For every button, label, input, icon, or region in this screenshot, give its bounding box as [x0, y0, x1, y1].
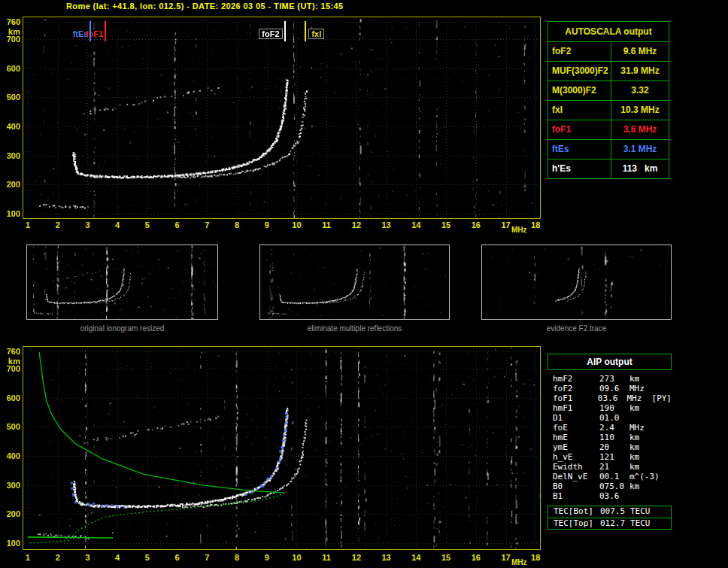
x-tick-label: 12	[347, 553, 366, 562]
tec-value: 007.5	[600, 506, 630, 518]
y-tick-label: 300	[0, 151, 20, 160]
table-row: fxI10.3 MHz	[548, 100, 669, 120]
aip-parameter-line: h_vE121km	[548, 452, 672, 462]
aip-output-panel: AIP output hmF2273kmfoF209.6MHzfoF103.6M…	[548, 354, 672, 530]
x-tick-label: 1	[19, 220, 37, 229]
table-row: h'Es113 km	[548, 159, 669, 178]
y-tick-label: 100	[0, 209, 20, 218]
autoscala-row-label: ftEs	[548, 140, 611, 159]
autoscala-row-value: 3.1 MHz	[611, 140, 669, 159]
aip-parameter-value: 075.0	[599, 481, 629, 491]
aip-parameter-line: foF209.6MHz	[548, 384, 672, 393]
x-axis-unit-label: MHz	[511, 226, 531, 235]
thumbnail-original-ionogram	[26, 245, 218, 320]
table-row: foF13.6 MHz	[548, 120, 669, 139]
aip-parameter-unit: km	[629, 374, 672, 384]
aip-parameter-value: 00.1	[599, 472, 629, 481]
tec-row: TEC[Bot]007.5TECU	[548, 506, 671, 518]
x-tick-label: 4	[108, 553, 126, 562]
aip-parameter-name: hmF1	[553, 403, 599, 413]
aip-parameter-line: D101.0	[548, 413, 672, 423]
x-tick-label: 2	[49, 553, 67, 562]
autoscala-row-label: MUF(3000)F2	[548, 62, 611, 80]
y-tick-label: 400	[0, 451, 20, 460]
aip-parameter-name: hmE	[553, 433, 599, 442]
x-tick-label: 12	[347, 220, 366, 229]
aip-parameter-value: 110	[599, 433, 629, 442]
y-tick-label: 500	[0, 422, 20, 431]
aip-parameter-line: foE2.4MHz	[548, 423, 672, 433]
x-tick-label: 6	[168, 220, 187, 229]
aip-parameter-unit: MHz [PY]	[626, 393, 672, 403]
aip-parameter-line: B103.6	[548, 491, 672, 501]
x-tick-label: 11	[317, 553, 335, 562]
aip-parameter-name: Ewidth	[553, 462, 599, 472]
table-row: foF29.6 MHz	[548, 41, 669, 61]
aip-parameter-line: hmF1190km	[548, 403, 672, 413]
x-tick-label: 16	[467, 220, 485, 229]
x-tick-label: 15	[437, 553, 455, 562]
autoscala-row-label: fxI	[548, 101, 611, 120]
x-tick-label: 5	[138, 220, 156, 229]
aip-parameter-line: hmE110km	[548, 433, 672, 442]
marker-fof2-line	[284, 21, 286, 41]
x-tick-label: 5	[138, 553, 156, 562]
x-tick-label: 2	[49, 220, 67, 229]
aip-panel-header: AIP output	[548, 354, 672, 370]
thumbnail-eliminate-multiples-canvas	[260, 245, 449, 319]
aip-parameter-name: DelN_vE	[553, 472, 599, 481]
autoscala-row-label: M(3000)F2	[548, 81, 611, 100]
thumbnail-eliminate-multiples	[259, 245, 450, 320]
tec-unit: TECU	[630, 518, 671, 529]
y-tick-label: 200	[0, 180, 20, 189]
autoscala-row-label: h'Es	[548, 159, 611, 178]
aip-parameter-name: B0	[553, 481, 599, 491]
thumbnail-original-canvas	[27, 245, 217, 319]
x-tick-label: 8	[228, 553, 246, 562]
aip-parameter-name: foF1	[553, 393, 598, 403]
aip-parameter-unit: km	[629, 403, 672, 413]
aip-parameter-unit: km	[629, 462, 672, 472]
x-tick-label: 15	[437, 220, 455, 229]
x-tick-label: 3	[78, 553, 96, 562]
x-tick-label: 9	[258, 553, 276, 562]
x-tick-label: 13	[378, 220, 396, 229]
top-ionogram-canvas	[23, 17, 540, 218]
aip-parameter-unit: m^(-3)	[629, 472, 672, 481]
aip-parameter-value: 03.6	[599, 491, 629, 501]
x-tick-label: 14	[407, 553, 425, 562]
x-axis-unit-label: MHz	[511, 558, 531, 567]
x-tick-label: 7	[198, 220, 216, 229]
aip-parameter-name: h_vE	[553, 452, 599, 462]
aip-parameter-value: 121	[599, 452, 629, 462]
y-tick-label: 100	[0, 539, 20, 548]
aip-parameter-unit: MHz	[629, 384, 672, 393]
x-tick-label: 11	[317, 220, 335, 229]
bottom-ionogram-plot	[23, 346, 541, 550]
top-ionogram-plot	[23, 17, 541, 219]
marker-fxi-label: fxI	[308, 29, 324, 39]
x-tick-label: 10	[287, 220, 305, 229]
table-row: ftEs3.1 MHz	[548, 139, 669, 159]
autoscala-row-value: 113 km	[611, 159, 669, 178]
autoscala-table-header: AUTOSCALA output	[548, 22, 669, 41]
tec-name: TEC[Top]	[554, 518, 600, 529]
aip-parameter-name: ymE	[553, 442, 599, 452]
aip-parameter-name: hmF2	[553, 374, 599, 384]
caption-original-ionogram: original ionogram resized	[26, 324, 218, 333]
x-tick-label: 9	[258, 220, 276, 229]
autoscala-row-value: 10.3 MHz	[611, 101, 669, 120]
y-tick-label: 400	[0, 122, 20, 131]
x-tick-label: 14	[407, 220, 425, 229]
aip-parameter-line: DelN_vE00.1m^(-3)	[548, 472, 672, 481]
aip-parameter-line: B0075.0km	[548, 481, 672, 491]
y-tick-label: 500	[0, 93, 20, 102]
aip-parameter-name: B1	[553, 491, 599, 501]
marker-ftes-line	[89, 21, 91, 41]
autoscala-row-label: foF2	[548, 42, 611, 61]
aip-parameter-value: 21	[599, 462, 629, 472]
aip-parameter-name: D1	[553, 413, 599, 423]
aip-parameter-list: hmF2273kmfoF209.6MHzfoF103.6MHz [PY]hmF1…	[548, 374, 672, 501]
aip-parameter-value: 273	[599, 374, 629, 384]
thumbnail-evidence-f2	[481, 245, 672, 320]
